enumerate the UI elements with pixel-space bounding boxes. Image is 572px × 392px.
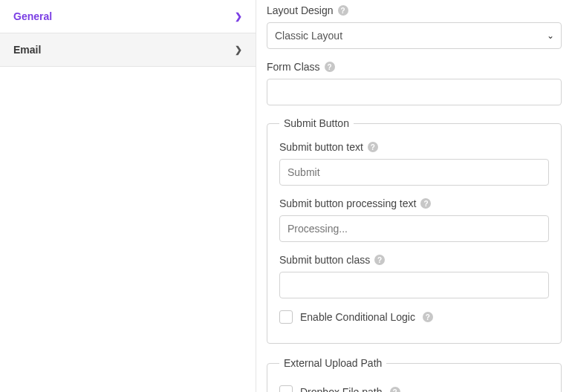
- help-icon[interactable]: ?: [374, 255, 385, 265]
- help-icon[interactable]: ?: [423, 312, 433, 322]
- submit-class-input[interactable]: [279, 272, 549, 298]
- sidebar-item-general[interactable]: General ❯: [0, 0, 256, 33]
- conditional-logic-row: Enable Conditional Logic ?: [279, 310, 549, 324]
- chevron-right-icon: ❯: [235, 45, 242, 55]
- checkbox-label: Dropbox File path: [300, 386, 383, 392]
- conditional-logic-checkbox[interactable]: [279, 310, 293, 324]
- submit-text-input[interactable]: [279, 159, 549, 186]
- field-label: Layout Design: [267, 4, 334, 16]
- external-upload-group: External Upload Path Dropbox File path ?…: [267, 357, 562, 392]
- field-label: Submit button class: [279, 254, 370, 266]
- field-label: Form Class: [267, 61, 320, 73]
- chevron-right-icon: ❯: [235, 11, 242, 22]
- field-layout-design: Layout Design ? Classic Layout ⌄: [267, 4, 562, 49]
- layout-design-select[interactable]: Classic Layout: [267, 22, 562, 49]
- field-form-class: Form Class ?: [267, 61, 562, 105]
- help-icon[interactable]: ?: [338, 5, 348, 16]
- sidebar-item-label: General: [13, 10, 52, 22]
- field-label: Submit button processing text: [279, 197, 416, 209]
- field-label: Submit button text: [279, 141, 363, 153]
- field-submit-class: Submit button class ?: [279, 254, 549, 298]
- dropbox-checkbox[interactable]: [279, 385, 293, 392]
- sidebar: General ❯ Email ❯: [0, 0, 256, 392]
- field-submit-text: Submit button text ?: [279, 141, 549, 186]
- help-icon[interactable]: ?: [420, 198, 431, 209]
- sidebar-item-email[interactable]: Email ❯: [0, 33, 256, 67]
- field-submit-processing: Submit button processing text ?: [279, 197, 549, 242]
- dropbox-row: Dropbox File path ?: [279, 385, 549, 392]
- form-class-input[interactable]: [267, 79, 562, 105]
- main-panel: Layout Design ? Classic Layout ⌄ Form Cl…: [256, 0, 572, 392]
- help-icon[interactable]: ?: [390, 387, 400, 392]
- sidebar-item-label: Email: [13, 44, 41, 56]
- submit-button-group: Submit Button Submit button text ? Submi…: [267, 117, 562, 344]
- help-icon[interactable]: ?: [368, 142, 378, 152]
- checkbox-label: Enable Conditional Logic: [300, 311, 415, 323]
- group-legend: Submit Button: [279, 117, 354, 129]
- submit-processing-input[interactable]: [279, 215, 549, 242]
- help-icon[interactable]: ?: [325, 62, 335, 72]
- group-legend: External Upload Path: [279, 357, 386, 369]
